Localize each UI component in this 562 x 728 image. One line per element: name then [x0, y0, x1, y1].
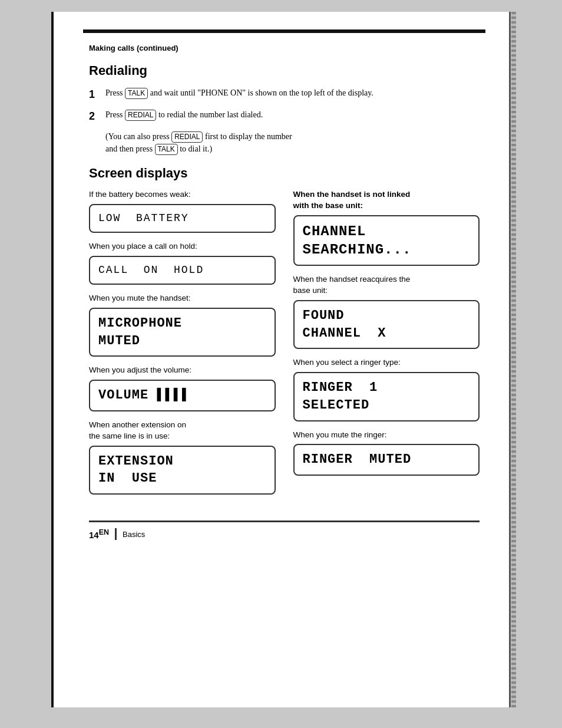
screen-text-channel-x: CHANNEL X — [303, 325, 471, 342]
label-ringer-selected: When you select a ringer type: — [293, 357, 480, 368]
left-column: If the battery becomes weak: LOW BATTERY… — [89, 189, 276, 503]
step-2-after: to redial the number last dialed. — [158, 110, 263, 119]
screen-text-volume: VOLUME ▌▌▌▌ — [98, 387, 266, 404]
screen-channel-searching: CHANNEL SEARCHING... — [293, 215, 480, 266]
right-edge-decoration — [511, 12, 516, 707]
screen-text-selected: SELECTED — [303, 397, 471, 414]
redial-key-1: REDIAL — [125, 110, 156, 121]
footer: 14EN Basics — [89, 521, 480, 540]
top-border — [83, 29, 485, 33]
label-channel-searching: When the handset is not linkedwith the b… — [293, 189, 480, 212]
footer-section: Basics — [123, 530, 145, 539]
label-ringer-muted: When you mute the ringer: — [293, 430, 480, 441]
screen-ringer-muted: RINGER MUTED — [293, 444, 480, 476]
step-1-middle: and wait until "PHONE ON" is shown on th… — [150, 88, 373, 97]
footer-divider — [115, 528, 117, 540]
step-1-before: Press — [105, 88, 123, 97]
screen-text-call-on-hold: CALL ON HOLD — [98, 263, 266, 278]
screen-ringer-selected: RINGER 1 SELECTED — [293, 372, 480, 421]
label-low-battery: If the battery becomes weak: — [89, 189, 276, 200]
screen-text-channel: CHANNEL — [303, 222, 471, 241]
label-extension-in-use: When another extension onthe same line i… — [89, 420, 276, 442]
page: Making calls (continued) Redialing 1 Pre… — [51, 12, 511, 707]
screen-text-muted: MUTED — [98, 332, 266, 350]
redialing-note: (You can also press REDIAL first to disp… — [105, 130, 480, 155]
screen-text-extension: EXTENSION — [98, 453, 266, 470]
footer-page-number: 14EN — [89, 528, 109, 540]
screen-extension-in-use: EXTENSION IN USE — [89, 446, 276, 495]
section-title: Making calls (continued) — [89, 44, 480, 52]
screen-volume: VOLUME ▌▌▌▌ — [89, 380, 276, 411]
step-2-text: Press REDIAL to redial the number last d… — [105, 108, 480, 121]
talk-key-2: TALK — [155, 144, 178, 155]
label-microphone-muted: When you mute the handset: — [89, 293, 276, 304]
note-before: (You can also press — [105, 132, 171, 141]
step-1-number: 1 — [89, 87, 105, 103]
step-1-text: Press TALK and wait until "PHONE ON" is … — [105, 87, 480, 99]
step-2: 2 Press REDIAL to redial the number last… — [89, 108, 480, 124]
right-column: When the handset is not linkedwith the b… — [293, 189, 480, 503]
screen-low-battery: LOW BATTERY — [89, 204, 276, 233]
label-call-on-hold: When you place a call on hold: — [89, 241, 276, 252]
step-2-number: 2 — [89, 108, 105, 124]
label-found-channel: When the handset reacquires thebase unit… — [293, 274, 480, 297]
screen-microphone-muted: MICROPHONE MUTED — [89, 308, 276, 357]
talk-key-1: TALK — [125, 88, 148, 99]
screen-found-channel: FOUND CHANNEL X — [293, 300, 480, 349]
redial-key-2: REDIAL — [171, 131, 203, 143]
note-after: to dial it.) — [178, 144, 212, 153]
step-2-before: Press — [105, 110, 123, 119]
step-1: 1 Press TALK and wait until "PHONE ON" i… — [89, 87, 480, 103]
footer-superscript: EN — [99, 528, 109, 536]
screen-text-low-battery: LOW BATTERY — [98, 211, 266, 226]
screen-call-on-hold: CALL ON HOLD — [89, 256, 276, 285]
screen-displays-heading: Screen displays — [89, 166, 480, 181]
two-column-layout: If the battery becomes weak: LOW BATTERY… — [89, 189, 480, 503]
label-volume: When you adjust the volume: — [89, 365, 276, 376]
screen-text-ringer-muted: RINGER MUTED — [303, 451, 471, 469]
screen-text-in-use: IN USE — [98, 470, 266, 487]
screen-text-ringer-1: RINGER 1 — [303, 379, 471, 397]
screen-text-microphone: MICROPHONE — [98, 315, 266, 332]
screen-text-searching: SEARCHING... — [303, 241, 471, 259]
redialing-heading: Redialing — [89, 63, 480, 78]
screen-text-found: FOUND — [303, 307, 471, 325]
